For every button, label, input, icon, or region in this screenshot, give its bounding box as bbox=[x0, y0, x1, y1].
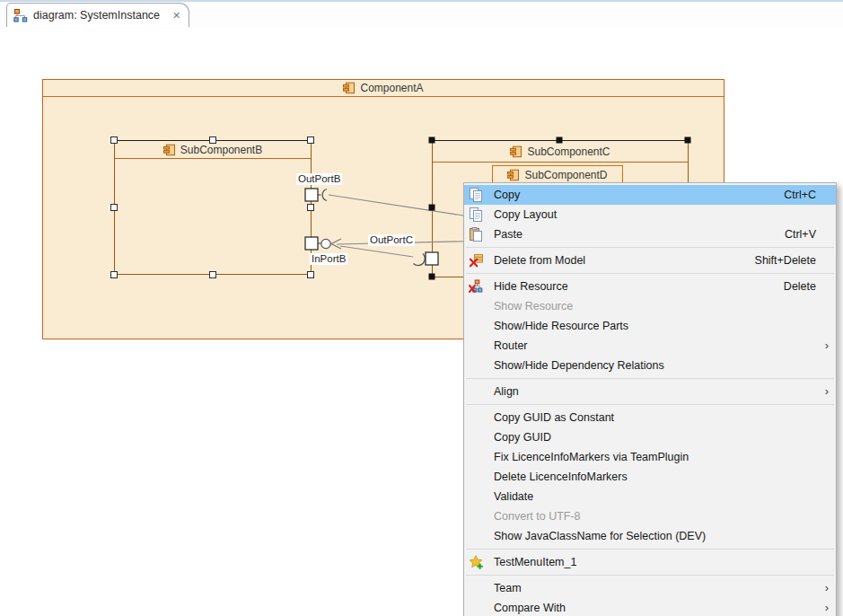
menu-item-label: Delete LicenceInfoMarkers bbox=[494, 471, 800, 483]
menu-icon-empty bbox=[469, 509, 483, 524]
menu-item-label: Validate bbox=[494, 490, 800, 503]
menu-item-copy-layout[interactable]: Copy Layout bbox=[464, 205, 836, 224]
menu-item-label: Paste bbox=[494, 228, 768, 241]
menu-item-label: Align bbox=[494, 385, 800, 398]
component-icon bbox=[510, 145, 522, 158]
component-icon bbox=[507, 169, 520, 181]
copy-icon bbox=[469, 188, 483, 202]
menu-icon-empty bbox=[469, 450, 483, 464]
menu-item-convert-to-utf-8: Convert to UTF-8 bbox=[464, 506, 836, 526]
hide-resource-icon bbox=[469, 279, 483, 294]
menu-item-label: Show/Hide Dependency Relations bbox=[494, 359, 800, 372]
menu-item-label: Copy Layout bbox=[494, 208, 800, 221]
test-menu-icon bbox=[469, 555, 483, 569]
tab-close-icon[interactable]: ✕ bbox=[172, 10, 180, 22]
menu-item-shortcut: Delete bbox=[784, 280, 816, 293]
menu-separator bbox=[466, 378, 834, 379]
menu-item-delete-licenceinfomarkers[interactable]: Delete LicenceInfoMarkers bbox=[464, 467, 836, 487]
submenu-arrow-icon: › bbox=[818, 386, 829, 397]
menu-item-validate[interactable]: Validate bbox=[464, 487, 836, 506]
menu-icon-empty bbox=[469, 581, 483, 595]
component-icon bbox=[343, 82, 356, 94]
menu-item-label: Show JavaClassName for Selection (DEV) bbox=[494, 530, 800, 542]
paste-icon bbox=[469, 227, 483, 242]
menu-item-copy-guid[interactable]: Copy GUID bbox=[464, 427, 836, 447]
context-menu: CopyCtrl+CCopy LayoutPasteCtrl+VDelete f… bbox=[463, 182, 837, 616]
sub-component-c-header: SubComponentC bbox=[433, 141, 688, 163]
menu-item-testmenuitem-1[interactable]: TestMenuItem_1 bbox=[464, 552, 836, 572]
menu-icon-empty bbox=[469, 601, 483, 615]
sub-component-b[interactable]: SubComponentB bbox=[114, 140, 312, 275]
menu-icon-empty bbox=[469, 358, 483, 373]
port-label-outportb: OutPortB bbox=[296, 173, 342, 185]
delete-from-model-icon bbox=[469, 253, 483, 268]
diagram-icon bbox=[13, 8, 28, 22]
sub-component-d-header: SubComponentD bbox=[493, 166, 622, 183]
menu-item-show-javaclassname-for-selection-dev[interactable]: Show JavaClassName for Selection (DEV) bbox=[464, 526, 836, 546]
menu-item-align[interactable]: Align› bbox=[464, 382, 836, 401]
menu-separator bbox=[466, 575, 834, 576]
component-icon bbox=[163, 144, 176, 156]
menu-item-router[interactable]: Router› bbox=[464, 336, 836, 356]
sub-component-c-label: SubComponentC bbox=[527, 145, 610, 158]
port-label-outportc: OutPortC bbox=[368, 234, 415, 246]
menu-item-label: Show Resource bbox=[494, 300, 800, 312]
menu-item-shortcut: Ctrl+C bbox=[784, 189, 816, 201]
tab-title: diagram: SystemInstance bbox=[33, 9, 160, 22]
menu-item-paste[interactable]: PasteCtrl+V bbox=[464, 224, 836, 244]
menu-icon-empty bbox=[469, 410, 483, 425]
menu-item-compare-with[interactable]: Compare With› bbox=[464, 598, 836, 616]
submenu-arrow-icon: › bbox=[818, 603, 829, 613]
menu-icon-empty bbox=[469, 430, 483, 444]
menu-item-label: Copy bbox=[494, 189, 768, 201]
menu-item-copy-guid-as-constant[interactable]: Copy GUID as Constant bbox=[464, 408, 836, 427]
menu-item-copy[interactable]: CopyCtrl+C bbox=[464, 185, 836, 205]
menu-icon-empty bbox=[469, 470, 483, 484]
menu-separator bbox=[466, 404, 834, 405]
menu-icon-empty bbox=[469, 489, 483, 504]
menu-item-label: TestMenuItem_1 bbox=[494, 556, 800, 568]
component-a-header: ComponentA bbox=[43, 80, 724, 97]
menu-item-label: Team bbox=[494, 582, 800, 594]
sub-component-d-label: SubComponentD bbox=[524, 169, 607, 181]
menu-separator bbox=[466, 549, 834, 550]
menu-item-shortcut: Shift+Delete bbox=[755, 254, 816, 267]
menu-item-shortcut: Ctrl+V bbox=[785, 228, 816, 241]
submenu-arrow-icon: › bbox=[818, 583, 829, 594]
menu-item-label: Show/Hide Resource Parts bbox=[494, 320, 800, 332]
menu-icon-empty bbox=[469, 384, 483, 399]
application-window: diagram: SystemInstance ✕ ComponentA bbox=[0, 0, 843, 616]
menu-item-label: Hide Resource bbox=[494, 280, 768, 293]
port-label-inportb: InPortB bbox=[310, 253, 347, 265]
submenu-arrow-icon: › bbox=[818, 340, 829, 351]
menu-item-label: Fix LicenceInfoMarkers via TeamPlugin bbox=[494, 451, 800, 463]
menu-item-label: Convert to UTF-8 bbox=[494, 510, 800, 523]
menu-separator bbox=[466, 273, 834, 274]
menu-item-label: Delete from Model bbox=[494, 254, 739, 267]
menu-icon-empty bbox=[469, 339, 483, 353]
sub-component-b-label: SubComponentB bbox=[180, 144, 262, 156]
menu-item-delete-from-model[interactable]: Delete from ModelShift+Delete bbox=[464, 251, 836, 270]
menu-item-fix-licenceinfomarkers-via-teamplugin[interactable]: Fix LicenceInfoMarkers via TeamPlugin bbox=[464, 447, 836, 467]
menu-item-label: Router bbox=[494, 339, 800, 352]
menu-item-team[interactable]: Team› bbox=[464, 578, 836, 598]
menu-item-label: Copy GUID as Constant bbox=[494, 411, 800, 424]
menu-item-label: Copy GUID bbox=[494, 431, 800, 444]
menu-separator bbox=[466, 247, 834, 248]
menu-item-show-hide-resource-parts[interactable]: Show/Hide Resource Parts bbox=[464, 316, 836, 336]
menu-icon-empty bbox=[469, 299, 483, 313]
menu-item-show-hide-dependency-relations[interactable]: Show/Hide Dependency Relations bbox=[464, 356, 836, 375]
editor-tab-diagram[interactable]: diagram: SystemInstance ✕ bbox=[6, 3, 189, 27]
menu-icon-empty bbox=[469, 529, 483, 543]
editor-tab-bar: diagram: SystemInstance ✕ bbox=[0, 0, 843, 29]
menu-icon-empty bbox=[469, 319, 483, 333]
component-a-label: ComponentA bbox=[360, 82, 423, 94]
sub-component-b-header: SubComponentB bbox=[115, 141, 311, 159]
menu-item-label: Compare With bbox=[494, 602, 800, 614]
menu-item-hide-resource[interactable]: Hide ResourceDelete bbox=[464, 277, 836, 296]
copy-icon bbox=[469, 207, 483, 222]
menu-item-show-resource: Show Resource bbox=[464, 296, 836, 316]
